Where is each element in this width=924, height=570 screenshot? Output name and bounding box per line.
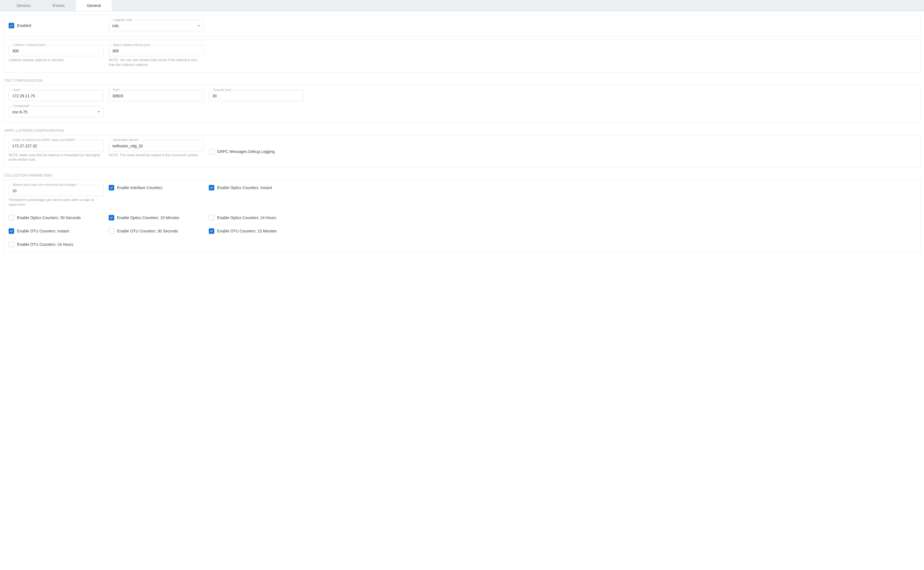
grpc-dest-input[interactable] xyxy=(112,144,200,148)
section-title-grpc: GRPC LISTENER CONFIGURATION xyxy=(5,129,919,133)
threshold-helper: Threshold in percentages per device port… xyxy=(9,198,104,207)
grpc-dest-helper: NOTE: The name should be unique in the c… xyxy=(109,153,204,158)
enabled-checkbox[interactable]: Enabled xyxy=(9,23,31,28)
status-interval-field[interactable]: Status Update Interval [sec] xyxy=(109,45,204,56)
grpc-ip-helper: NOTE: Make sure that the address is forw… xyxy=(9,153,104,162)
checkbox-label: Enable OTU Counters: 24 Hours xyxy=(17,242,73,247)
checkbox-label: Enable OTU Counters: 15 Minutes xyxy=(217,229,277,233)
logging-level-label: Logging Level xyxy=(112,18,133,21)
checkbox-box[interactable] xyxy=(9,228,14,234)
logging-level-select[interactable]: Logging Level Info xyxy=(109,20,204,31)
cnc-port-field[interactable]: Port* xyxy=(109,90,204,101)
cb-optics-15m[interactable]: Enable Optics Counters: 15 Minutes xyxy=(109,215,179,221)
cb-otu-15m[interactable]: Enable OTU Counters: 15 Minutes xyxy=(209,228,277,234)
checkbox-box[interactable] xyxy=(9,242,14,247)
cnc-port-input[interactable] xyxy=(112,94,200,98)
cb-optics-30s[interactable]: Enable Optics Counters: 30 Seconds xyxy=(9,215,81,221)
checkbox-box[interactable] xyxy=(209,185,214,190)
cnc-credentials-label: Credentials* xyxy=(12,104,31,107)
checkmark-icon xyxy=(10,24,13,27)
status-interval-input[interactable] xyxy=(112,49,200,53)
cb-interface-counters[interactable]: Enable Interface Counters xyxy=(109,185,162,190)
collector-cadence-input[interactable] xyxy=(12,49,100,53)
cnc-credentials-select[interactable]: Credentials* cnc-6-75 xyxy=(9,106,104,117)
panel-grpc: Public IP Address for GRPC listen port 6… xyxy=(3,135,921,168)
cb-otu-24h[interactable]: Enable OTU Counters: 24 Hours xyxy=(9,242,73,247)
panel-enabled-logging: Enabled Logging Level Info xyxy=(3,15,921,37)
checkbox-box[interactable] xyxy=(109,185,114,190)
cb-otu-instant[interactable]: Enable OTU Counters: Instant xyxy=(9,228,69,234)
chevron-down-icon xyxy=(197,25,200,27)
cnc-credentials-value: cnc-6-75 xyxy=(12,110,27,114)
cnc-timeout-input[interactable] xyxy=(213,94,300,98)
grpc-ip-label: Public IP Address for GRPC listen port 6… xyxy=(12,138,76,141)
tab-general[interactable]: General xyxy=(76,0,112,11)
logging-level-value: Info xyxy=(112,24,119,28)
checkmark-icon xyxy=(210,229,213,233)
chevron-down-icon xyxy=(97,111,100,113)
checkmark-icon xyxy=(10,229,13,233)
cnc-host-field[interactable]: Host* xyxy=(9,90,104,101)
cnc-host-label: Host* xyxy=(12,88,21,92)
threshold-label: Missed ports stats error threshold (perc… xyxy=(12,183,78,186)
checkbox-label: Enable Optics Counters: 30 Seconds xyxy=(17,216,81,220)
tab-bar: Devices Events General xyxy=(0,0,924,11)
cb-optics-24h[interactable]: Enable Optics Counters: 24 Hours xyxy=(209,215,276,221)
checkbox-label: Enable Optics Counters: Instant xyxy=(217,185,272,190)
grpc-debug-checkbox[interactable]: GRPC Messages Debug Logging xyxy=(209,149,275,154)
checkbox-box[interactable] xyxy=(109,215,114,221)
threshold-field[interactable]: Missed ports stats error threshold (perc… xyxy=(9,185,104,196)
grpc-dest-field[interactable]: Destination Name* xyxy=(109,140,204,151)
checkbox-box[interactable] xyxy=(209,228,214,234)
collector-cadence-field[interactable]: Collector Cadence [sec] xyxy=(9,45,104,56)
threshold-input[interactable] xyxy=(12,188,100,193)
tab-devices[interactable]: Devices xyxy=(6,0,42,11)
checkbox-box[interactable] xyxy=(9,23,14,28)
cnc-host-input[interactable] xyxy=(12,94,100,98)
cnc-timeout-label: Timeout [sec] xyxy=(212,88,233,92)
checkbox-box[interactable] xyxy=(109,228,114,234)
section-title-cnc: CNC CONFIGURATION xyxy=(5,79,919,83)
checkbox-label: Enable OTU Counters: Instant xyxy=(17,229,69,233)
section-title-collection: COLLECTION PARAMETERS xyxy=(5,173,919,178)
checkbox-label: Enable OTU Counters: 30 Seconds xyxy=(117,229,178,233)
status-interval-helper: NOTE: You can see missed stats errors if… xyxy=(109,58,204,67)
grpc-ip-field[interactable]: Public IP Address for GRPC listen port 6… xyxy=(9,140,104,151)
tab-events[interactable]: Events xyxy=(42,0,76,11)
grpc-ip-input[interactable] xyxy=(12,144,100,148)
panel-collection: Missed ports stats error threshold (perc… xyxy=(3,179,921,253)
panel-cadence: Collector Cadence [sec] Collector sample… xyxy=(3,40,921,73)
cnc-port-label: Port* xyxy=(112,88,121,92)
checkmark-icon xyxy=(210,186,213,189)
grpc-dest-label: Destination Name* xyxy=(112,138,139,141)
panel-cnc: Host* Port* Timeout [sec] Crede xyxy=(3,85,921,123)
checkbox-label: Enable Optics Counters: 15 Minutes xyxy=(117,216,179,220)
checkbox-label: Enable Optics Counters: 24 Hours xyxy=(217,216,276,220)
status-interval-label: Status Update Interval [sec] xyxy=(112,43,151,46)
cb-otu-30s[interactable]: Enable OTU Counters: 30 Seconds xyxy=(109,228,178,234)
cnc-timeout-field[interactable]: Timeout [sec] xyxy=(209,90,304,101)
grpc-debug-label: GRPC Messages Debug Logging xyxy=(217,149,275,154)
checkmark-icon xyxy=(110,186,113,189)
collector-cadence-label: Collector Cadence [sec] xyxy=(12,43,46,46)
checkbox-box[interactable] xyxy=(209,149,214,154)
checkbox-box[interactable] xyxy=(209,215,214,221)
collector-cadence-helper: Collector sample cadence in seconds xyxy=(9,58,104,63)
checkbox-label: Enable Interface Counters xyxy=(117,185,162,190)
enabled-label: Enabled xyxy=(17,23,31,28)
cb-optics-instant[interactable]: Enable Optics Counters: Instant xyxy=(209,185,272,190)
checkbox-box[interactable] xyxy=(9,215,14,221)
checkmark-icon xyxy=(110,216,113,219)
